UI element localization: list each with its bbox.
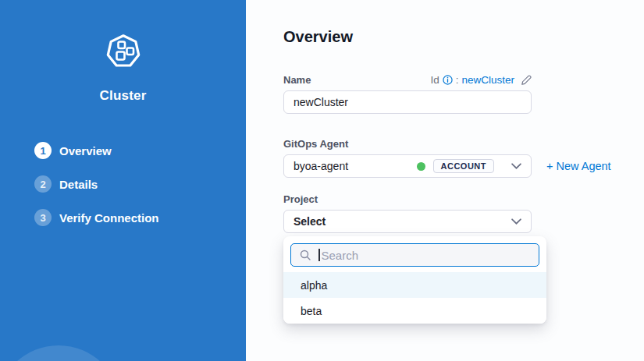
chevron-down-icon <box>511 218 521 225</box>
search-placeholder: Search <box>322 249 359 262</box>
id-row: Id : newCluster <box>430 74 532 86</box>
project-label: Project <box>283 193 318 205</box>
overview-panel: Overview Name Id : newCluster <box>246 0 644 361</box>
step-label: Details <box>59 178 98 191</box>
id-separator: : <box>456 74 459 86</box>
agent-label: GitOps Agent <box>283 138 348 150</box>
project-search-input[interactable]: Search <box>290 243 539 267</box>
project-selected-value: Select <box>294 215 326 228</box>
wizard-steps: 1 Overview 2 Details 3 Verify Connection <box>34 142 159 242</box>
wizard-sidebar: Cluster 1 Overview 2 Details 3 Verify Co… <box>0 0 246 361</box>
id-prefix: Id <box>430 74 439 86</box>
project-option-beta[interactable]: beta <box>283 298 546 324</box>
name-label: Name <box>283 74 311 86</box>
info-icon[interactable] <box>443 75 453 85</box>
agent-selected-value: byoa-agent <box>294 160 348 172</box>
chevron-down-icon <box>511 163 521 169</box>
step-number: 3 <box>34 209 52 226</box>
cluster-icon <box>105 33 142 73</box>
agent-select[interactable]: byoa-agent ACCOUNT <box>283 154 532 178</box>
cluster-name-input[interactable] <box>283 90 532 114</box>
edit-id-icon[interactable] <box>521 75 532 86</box>
id-value-link[interactable]: newCluster <box>461 74 514 86</box>
project-dropdown: Search alpha beta <box>283 236 546 324</box>
project-field-block: Project Select <box>283 192 644 233</box>
name-field-block: Name Id : newCluster <box>283 74 644 114</box>
project-option-alpha[interactable]: alpha <box>283 272 546 298</box>
new-agent-link[interactable]: + New Agent <box>546 160 611 172</box>
step-label: Verify Connection <box>59 211 159 225</box>
step-overview[interactable]: 1 Overview <box>34 142 159 159</box>
agent-scope-badge: ACCOUNT <box>433 159 495 173</box>
wizard-title: Cluster <box>0 88 246 104</box>
create-cluster-wizard: Cluster 1 Overview 2 Details 3 Verify Co… <box>0 0 644 361</box>
agent-field-block: GitOps Agent byoa-agent ACCOUNT + New <box>283 136 644 178</box>
page-title: Overview <box>283 28 644 46</box>
project-select[interactable]: Select <box>283 210 532 233</box>
step-number: 2 <box>34 175 52 193</box>
step-number: 1 <box>34 142 52 159</box>
step-label: Overview <box>59 144 112 157</box>
text-cursor <box>318 249 320 261</box>
step-verify-connection[interactable]: 3 Verify Connection <box>34 209 159 226</box>
step-details[interactable]: 2 Details <box>34 175 159 193</box>
agent-health-dot <box>417 162 425 171</box>
search-icon <box>299 249 311 261</box>
